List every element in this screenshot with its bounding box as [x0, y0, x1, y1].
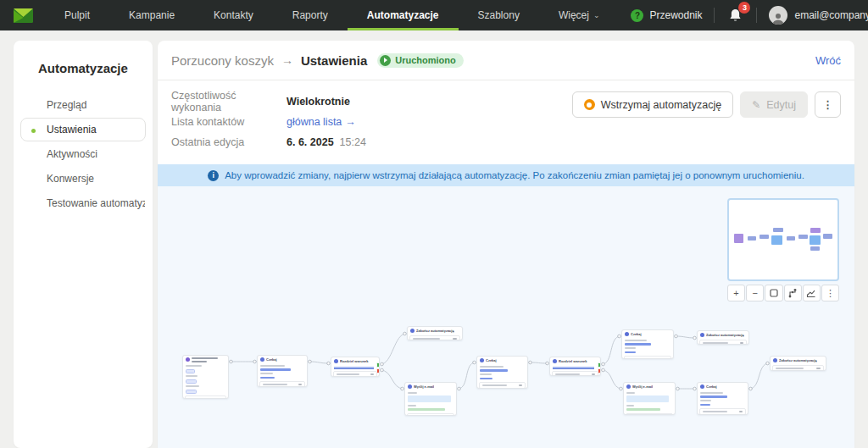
- stats-button[interactable]: [803, 285, 821, 301]
- flow-node-email1[interactable]: Wyślij e-mail: [404, 382, 457, 416]
- condition-yes-port[interactable]: [376, 362, 380, 368]
- sidebar-item-konwersje[interactable]: Konwersje: [20, 167, 146, 191]
- running-play-icon: [380, 55, 391, 66]
- node-row-chip: [186, 379, 197, 384]
- sidebar-item-testowanie-automatyzacji[interactable]: Testowanie automatyzacji: [20, 191, 146, 215]
- node-row-link: [700, 404, 710, 407]
- edit-button[interactable]: ✎ Edytuj: [740, 91, 808, 118]
- flow-node-wait3[interactable]: Czekaj: [621, 329, 674, 359]
- sidebar-item-przegląd[interactable]: Przegląd: [20, 93, 146, 117]
- nav-tab-kontakty[interactable]: Kontakty: [194, 0, 273, 30]
- node-row-chip: [186, 369, 195, 373]
- sidebar-item-aktywności[interactable]: Aktywności: [20, 142, 146, 166]
- sidebar-title: Automatyzacje: [14, 41, 153, 92]
- minimap[interactable]: [727, 198, 839, 281]
- frequency-value: Wielokrotnie: [287, 96, 350, 108]
- nav-tab-raporty[interactable]: Raporty: [273, 0, 348, 30]
- frequency-label: Częstotliwość wykonania: [171, 90, 287, 113]
- nav-tab-kampanie[interactable]: Kampanie: [109, 0, 194, 30]
- step-icon: [334, 359, 338, 363]
- more-button[interactable]: ⋮: [821, 285, 839, 301]
- more-options-button[interactable]: ⋮: [815, 91, 841, 118]
- node-title: Zakończ automatyzację: [416, 329, 454, 333]
- status-label: Uruchomiono: [395, 55, 456, 65]
- node-row-link: [480, 369, 508, 372]
- notifications-button[interactable]: 3: [715, 8, 756, 23]
- main-panel: Porzucony koszyk → Ustawienia Uruchomion…: [158, 41, 854, 448]
- flow-node-email2[interactable]: Wyślij e-mail: [623, 382, 676, 415]
- step-icon: [408, 384, 412, 389]
- step-icon: [553, 359, 557, 363]
- last-edit-row: Ostatnia edycja 6. 6. 2025 15:24: [171, 132, 841, 152]
- flow-node-end2[interactable]: Zakończ automatyzację: [697, 330, 749, 345]
- node-row-label: [186, 375, 198, 377]
- contact-list-link[interactable]: główna lista→: [287, 116, 356, 128]
- node-row-label: [625, 340, 647, 341]
- flow-node-cond2[interactable]: Rozdziel warunek: [549, 357, 601, 376]
- zoom-out-button[interactable]: −: [746, 285, 764, 301]
- minimap-block: [773, 228, 783, 232]
- sidebar-item-ustawienia[interactable]: Ustawienia: [20, 118, 146, 141]
- node-row-linku: [334, 367, 374, 369]
- flow-node-end1[interactable]: Zakończ automatyzację: [407, 326, 463, 340]
- pause-automation-button[interactable]: Wstrzymaj automatyzację: [572, 91, 733, 118]
- node-footer: [185, 395, 226, 400]
- flow-node-end3[interactable]: Zakończ automatyzację: [770, 356, 826, 371]
- node-row-label: [186, 385, 199, 387]
- node-row-link: [625, 351, 636, 354]
- node-title: Czekaj: [631, 332, 642, 336]
- node-title: Rozdziel warunek: [559, 359, 587, 363]
- nav-tab-automatyzacje[interactable]: Automatyzacje: [348, 0, 459, 30]
- last-edit-date: 6. 6. 2025: [287, 136, 334, 148]
- node-row-label: [700, 392, 723, 394]
- main-nav-tabs: PulpitKampanieKontaktyRaportyAutomatyzac…: [45, 0, 619, 30]
- app-logo[interactable]: [0, 0, 45, 30]
- node-title: Zakończ automatyzację: [706, 333, 744, 337]
- canvas-toolbar: +−⋮: [727, 285, 839, 301]
- node-row-label: [408, 392, 417, 394]
- back-link[interactable]: Wróć: [815, 54, 841, 67]
- notification-badge: 3: [738, 2, 750, 14]
- node-footer: [699, 340, 747, 345]
- node-row-label: [480, 366, 504, 368]
- status-badge: Uruchomiono: [377, 53, 464, 68]
- condition-no-port[interactable]: [598, 368, 601, 373]
- automation-canvas[interactable]: +−⋮ CzekajRozdziel warunekZakończ automa…: [158, 186, 854, 448]
- action-buttons: Wstrzymaj automatyzację ✎ Edytuj ⋮: [572, 91, 841, 118]
- node-title: Czekaj: [486, 358, 497, 362]
- step-icon: [410, 329, 415, 333]
- condition-yes-port[interactable]: [598, 362, 601, 368]
- flow-node-wait4[interactable]: Czekaj: [697, 382, 748, 415]
- account-menu[interactable]: email@company.pl ⌄: [757, 6, 868, 25]
- guide-button[interactable]: ? Przewodnik: [619, 9, 714, 22]
- layout-button[interactable]: [784, 285, 802, 301]
- node-title: Wyślij e-mail: [414, 384, 434, 389]
- person-icon: [771, 12, 785, 25]
- condition-no-port[interactable]: [376, 368, 380, 373]
- fit-view-button[interactable]: [765, 285, 782, 301]
- nav-tab-pulpit[interactable]: Pulpit: [45, 0, 109, 30]
- minimap-block: [787, 236, 795, 241]
- flow-node-cond1[interactable]: Rozdziel warunek: [331, 357, 380, 377]
- node-row-label: [186, 365, 202, 367]
- zoom-in-button[interactable]: +: [727, 285, 745, 301]
- flow-node-wait1[interactable]: Czekaj: [257, 355, 308, 387]
- flow-node-trigger[interactable]: [182, 355, 229, 399]
- settings-section: Częstotliwość wykonania Wielokrotnie Lis…: [158, 80, 854, 164]
- minimap-block: [810, 235, 821, 245]
- node-row-label: [480, 373, 492, 375]
- nav-tab-więcej[interactable]: Więcej⌄: [539, 0, 620, 30]
- node-row-link: [260, 377, 275, 379]
- node-row-hl: [626, 395, 669, 402]
- node-footer: [552, 371, 598, 376]
- breadcrumb-parent[interactable]: Porzucony koszyk: [171, 53, 274, 68]
- node-title: Wyślij e-mail: [632, 384, 653, 389]
- minimap-block: [734, 234, 743, 243]
- node-footer: [479, 382, 526, 389]
- flow-node-wait2[interactable]: Czekaj: [476, 356, 528, 389]
- nav-tab-szablony[interactable]: Szablony: [459, 0, 539, 30]
- node-row-label: [626, 405, 634, 407]
- minimap-block: [760, 235, 769, 239]
- mail-logo-icon: [14, 8, 33, 23]
- node-row-hl: [408, 395, 451, 402]
